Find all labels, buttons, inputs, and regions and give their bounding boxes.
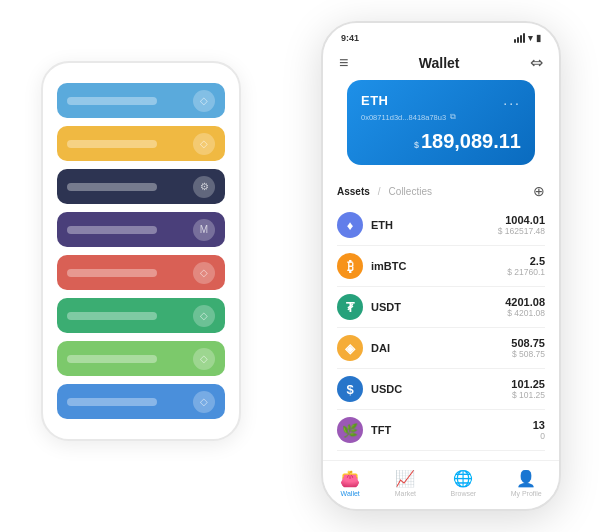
- status-icons: ▾ ▮: [514, 33, 541, 43]
- row-bar: [67, 269, 157, 277]
- asset-right: 4201.08 $ 4201.08: [505, 296, 545, 318]
- main-phone: 9:41 ▾ ▮ ≡ Wallet ⇔: [321, 21, 561, 511]
- eth-options[interactable]: ...: [503, 92, 521, 108]
- wallet-row-4[interactable]: ◇: [57, 255, 225, 290]
- expand-icon[interactable]: ⇔: [530, 53, 543, 72]
- nav-item-wallet[interactable]: 👛 Wallet: [340, 469, 360, 497]
- tab-collecties[interactable]: Collecties: [389, 186, 432, 197]
- asset-left: $ USDC: [337, 376, 402, 402]
- asset-right: 508.75 $ 508.75: [511, 337, 545, 359]
- wallet-row-3[interactable]: M: [57, 212, 225, 247]
- wallet-row-7[interactable]: ◇: [57, 384, 225, 419]
- asset-right: 13 0: [533, 419, 545, 441]
- asset-item-dai[interactable]: ◈ DAI 508.75 $ 508.75: [337, 328, 545, 369]
- asset-usd-usdt: $ 4201.08: [505, 308, 545, 318]
- asset-usd-eth: $ 162517.48: [498, 226, 545, 236]
- wallet-row-1[interactable]: ◇: [57, 126, 225, 161]
- asset-usd-dai: $ 508.75: [511, 349, 545, 359]
- asset-item-usdt[interactable]: ₮ USDT 4201.08 $ 4201.08: [337, 287, 545, 328]
- asset-name-eth: ETH: [371, 219, 393, 231]
- row-bar: [67, 312, 157, 320]
- row-icon: ◇: [193, 90, 215, 112]
- asset-left: ₿ imBTC: [337, 253, 406, 279]
- row-icon: M: [193, 219, 215, 241]
- asset-list: ♦ ETH 1004.01 $ 162517.48 ₿ imBTC 2.5 $ …: [323, 205, 559, 460]
- nav-bar: ≡ Wallet ⇔: [323, 47, 559, 80]
- assets-tabs: Assets / Collecties: [337, 186, 432, 197]
- asset-left: 🌿 TFT: [337, 417, 391, 443]
- wallet-row-6[interactable]: ◇: [57, 341, 225, 376]
- asset-item-eth[interactable]: ♦ ETH 1004.01 $ 162517.48: [337, 205, 545, 246]
- row-icon: ◇: [193, 133, 215, 155]
- row-icon: ⚙: [193, 176, 215, 198]
- menu-icon[interactable]: ≡: [339, 54, 348, 72]
- asset-amount-tft: 13: [533, 419, 545, 431]
- eth-label: ETH: [361, 93, 389, 108]
- asset-left: ◈ DAI: [337, 335, 390, 361]
- nav-label-browser: Browser: [451, 490, 477, 497]
- row-icon: ◇: [193, 305, 215, 327]
- row-bar: [67, 183, 157, 191]
- eth-card-header: ETH ...: [361, 92, 521, 108]
- bottom-nav: 👛 Wallet 📈 Market 🌐 Browser 👤 My Profile: [323, 460, 559, 509]
- row-bar: [67, 140, 157, 148]
- row-bar: [67, 355, 157, 363]
- row-icon: ◇: [193, 348, 215, 370]
- nav-icon-browser: 🌐: [453, 469, 473, 488]
- tab-assets[interactable]: Assets: [337, 186, 370, 197]
- nav-item-my-profile[interactable]: 👤 My Profile: [511, 469, 542, 497]
- asset-item-usdc[interactable]: $ USDC 101.25 $ 101.25: [337, 369, 545, 410]
- asset-amount-dai: 508.75: [511, 337, 545, 349]
- phone-content: ETH ... 0x08711d3d...8418a78u3 ⧉ $189,08…: [323, 80, 559, 460]
- asset-left: ₮ USDT: [337, 294, 401, 320]
- asset-icon-usdt: ₮: [337, 294, 363, 320]
- asset-left: ♦ ETH: [337, 212, 393, 238]
- asset-item-tft[interactable]: 🌿 TFT 13 0: [337, 410, 545, 451]
- copy-icon[interactable]: ⧉: [450, 112, 456, 122]
- asset-usd-imbtc: $ 21760.1: [507, 267, 545, 277]
- scene: ◇ ◇ ⚙ M ◇ ◇ ◇ ◇ 9:41: [41, 21, 561, 511]
- asset-name-dai: DAI: [371, 342, 390, 354]
- assets-header: Assets / Collecties ⊕: [323, 183, 559, 205]
- add-asset-button[interactable]: ⊕: [533, 183, 545, 199]
- asset-amount-eth: 1004.01: [498, 214, 545, 226]
- wallet-row-5[interactable]: ◇: [57, 298, 225, 333]
- nav-icon-wallet: 👛: [340, 469, 360, 488]
- row-bar: [67, 226, 157, 234]
- time-display: 9:41: [341, 33, 359, 43]
- eth-balance: $189,089.11: [361, 130, 521, 153]
- battery-icon: ▮: [536, 33, 541, 43]
- row-icon: ◇: [193, 391, 215, 413]
- asset-icon-dai: ◈: [337, 335, 363, 361]
- asset-right: 2.5 $ 21760.1: [507, 255, 545, 277]
- nav-item-browser[interactable]: 🌐 Browser: [451, 469, 477, 497]
- page-title: Wallet: [419, 55, 460, 71]
- asset-amount-usdc: 101.25: [511, 378, 545, 390]
- wallet-row-2[interactable]: ⚙: [57, 169, 225, 204]
- background-phone: ◇ ◇ ⚙ M ◇ ◇ ◇ ◇: [41, 61, 241, 441]
- asset-icon-imbtc: ₿: [337, 253, 363, 279]
- asset-usd-usdc: $ 101.25: [511, 390, 545, 400]
- asset-amount-usdt: 4201.08: [505, 296, 545, 308]
- eth-address: 0x08711d3d...8418a78u3 ⧉: [361, 112, 521, 122]
- asset-name-usdc: USDC: [371, 383, 402, 395]
- row-icon: ◇: [193, 262, 215, 284]
- eth-card[interactable]: ETH ... 0x08711d3d...8418a78u3 ⧉ $189,08…: [347, 80, 535, 165]
- nav-item-market[interactable]: 📈 Market: [395, 469, 416, 497]
- asset-icon-eth: ♦: [337, 212, 363, 238]
- asset-right: 1004.01 $ 162517.48: [498, 214, 545, 236]
- nav-label-market: Market: [395, 490, 416, 497]
- nav-label-wallet: Wallet: [341, 490, 360, 497]
- asset-item-imbtc[interactable]: ₿ imBTC 2.5 $ 21760.1: [337, 246, 545, 287]
- asset-icon-tft: 🌿: [337, 417, 363, 443]
- wallet-row-0[interactable]: ◇: [57, 83, 225, 118]
- asset-amount-imbtc: 2.5: [507, 255, 545, 267]
- signal-icon: [514, 33, 525, 43]
- asset-name-imbtc: imBTC: [371, 260, 406, 272]
- nav-icon-market: 📈: [395, 469, 415, 488]
- asset-right: 101.25 $ 101.25: [511, 378, 545, 400]
- row-bar: [67, 398, 157, 406]
- asset-name-tft: TFT: [371, 424, 391, 436]
- asset-usd-tft: 0: [533, 431, 545, 441]
- nav-label-my profile: My Profile: [511, 490, 542, 497]
